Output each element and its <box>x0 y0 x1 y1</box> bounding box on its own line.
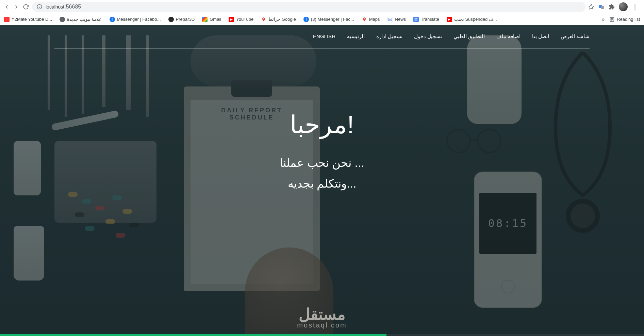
facebook-icon: f <box>110 17 115 22</box>
svg-point-6 <box>263 18 264 19</box>
nav-add-file[interactable]: اضافه ملف <box>496 33 520 39</box>
back-button[interactable] <box>3 3 10 10</box>
url-text: localhost:56685 <box>46 4 81 10</box>
nav-medical-app[interactable]: التطبيق الطبي <box>453 33 485 39</box>
bookmark-youtube[interactable]: ▶YouTube <box>229 17 253 22</box>
bookmark-newtab[interactable]: علامة تبويب جديدة <box>60 17 102 22</box>
site-nav: ENGLISH الرئيسيه تسجيل اداره تسجيل دخول … <box>54 33 590 49</box>
bookmarks-bar: ↓Y2Mate Youtube D... علامة تبويب جديدة f… <box>0 14 644 25</box>
browser-menu-icon[interactable] <box>632 4 638 10</box>
bookmark-label: (3) Messenger | Fac... <box>311 17 354 22</box>
bookmark-gmail[interactable]: Gmail <box>202 17 221 22</box>
reading-list-button[interactable]: Reading list <box>609 17 640 22</box>
translate-icon: 文 <box>413 17 419 22</box>
bookmark-label: News <box>395 17 406 22</box>
hero-title: مرحبا! <box>280 110 364 139</box>
bottom-accent-bar <box>0 334 644 336</box>
nav-home[interactable]: الرئيسيه <box>347 33 365 39</box>
browser-chrome: localhost:56685 ↓Y2Mate Youtube D... علا… <box>0 0 644 25</box>
youtube-icon: ▶ <box>229 17 234 22</box>
bookmark-label: علامة تبويب جديدة <box>67 17 102 22</box>
bookmark-y2mate[interactable]: ↓Y2Mate Youtube D... <box>4 17 52 22</box>
globe-icon <box>60 17 65 22</box>
hero-text: مرحبا! نحن نحب عملنا ... ونتكلم بجديه... <box>280 110 364 194</box>
bookmark-prepar3d[interactable]: Prepar3D <box>168 17 195 22</box>
hero-subtitle-2: ونتكلم بجديه... <box>280 173 364 194</box>
page-content: DAILY REPORT SCHEDULE 08:15 ENGLISH الرئ… <box>0 25 644 336</box>
download-icon: ↓ <box>4 17 10 22</box>
bookmark-label: Translate <box>421 17 439 22</box>
bookmark-translate[interactable]: 文Translate <box>413 17 439 22</box>
bookmark-label: YouTube <box>236 17 253 22</box>
news-icon <box>387 17 393 22</box>
nav-login[interactable]: تسجيل دخول <box>414 33 442 39</box>
bookmark-label: Gmail <box>210 17 221 22</box>
hero-subtitle-1: نحن نحب عملنا ... <box>280 153 364 173</box>
bookmark-star-icon[interactable] <box>588 4 594 10</box>
forward-button[interactable] <box>13 3 20 10</box>
reading-list-label: Reading list <box>617 17 640 22</box>
site-info-icon[interactable] <box>37 4 42 10</box>
youtube-icon: ▶ <box>447 17 452 22</box>
nav-admin-login[interactable]: تسجيل اداره <box>376 33 402 39</box>
svg-point-7 <box>364 18 365 19</box>
svg-rect-8 <box>389 18 392 21</box>
profile-avatar[interactable] <box>619 2 628 11</box>
translate-extension-icon[interactable] <box>598 4 605 10</box>
prepar3d-icon <box>168 17 174 22</box>
bookmark-label: Y2Mate Youtube D... <box>12 17 52 22</box>
svg-marker-3 <box>589 4 594 9</box>
map-pin-icon <box>362 17 367 22</box>
watermark-english: mostaql.com <box>297 321 347 329</box>
nav-english[interactable]: ENGLISH <box>313 33 335 39</box>
reload-button[interactable] <box>22 3 29 10</box>
bookmark-suspended[interactable]: ▶تجنب Suspended ف... <box>447 17 497 22</box>
nav-contact[interactable]: اتصل بنا <box>532 33 549 39</box>
address-bar[interactable]: localhost:56685 <box>32 2 585 12</box>
bookmark-label: خرائط Google <box>268 17 296 22</box>
svg-rect-5 <box>601 6 604 9</box>
nav-display[interactable]: شاشه العرض <box>561 33 590 39</box>
facebook-icon: f <box>303 17 309 22</box>
reading-list-icon <box>609 17 615 22</box>
bookmark-news[interactable]: News <box>387 17 406 22</box>
browser-right-icons <box>588 2 641 11</box>
bookmark-label: Prepar3D <box>176 17 195 22</box>
gmail-icon <box>202 17 208 22</box>
bookmark-google-maps-ar[interactable]: خرائط Google <box>261 17 296 22</box>
bookmarks-overflow-icon[interactable]: » <box>601 16 605 22</box>
bookmark-label: Messenger | Facebo... <box>117 17 161 22</box>
browser-nav-bar: localhost:56685 <box>0 0 644 14</box>
bookmark-label: تجنب Suspended ف... <box>454 17 497 22</box>
bookmark-messenger-3[interactable]: f(3) Messenger | Fac... <box>303 17 354 22</box>
bookmark-messenger[interactable]: fMessenger | Facebo... <box>110 17 161 22</box>
extensions-icon[interactable] <box>609 4 615 10</box>
watermark: مستقل mostaql.com <box>297 305 347 329</box>
map-pin-icon <box>261 17 266 22</box>
bookmark-label: Maps <box>369 17 380 22</box>
watermark-arabic: مستقل <box>297 305 347 323</box>
bookmark-maps[interactable]: Maps <box>362 17 380 22</box>
